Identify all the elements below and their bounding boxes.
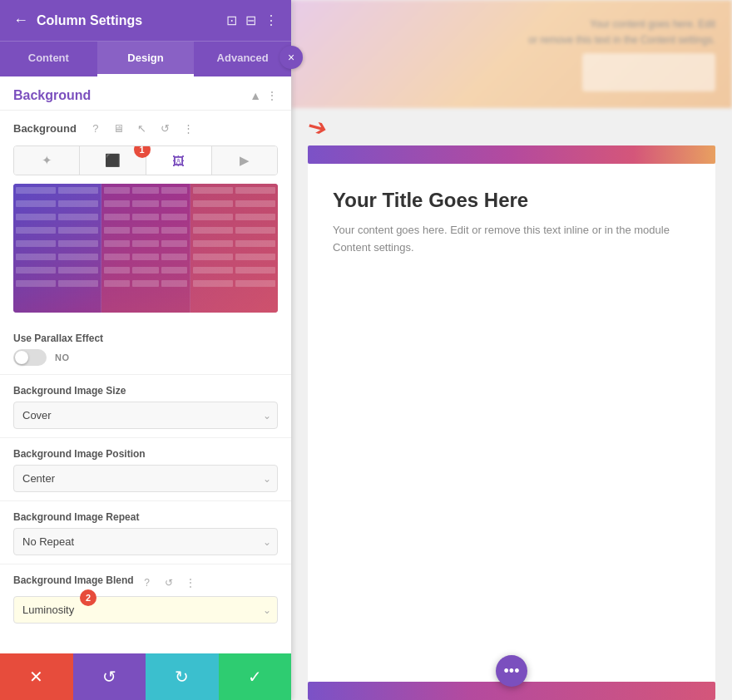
right-top-text: Your content goes here. Editor remove th… (528, 17, 715, 48)
right-panel: Your content goes here. Editor remove th… (291, 0, 732, 700)
dots-fab-button[interactable]: ••• (496, 655, 527, 687)
blend-label: Background Image Blend (13, 574, 134, 586)
image-repeat-select[interactable]: No Repeat Repeat Repeat X Repeat Y (13, 528, 278, 555)
cancel-button[interactable]: ✕ (0, 653, 73, 700)
background-type-tabs: ✦ ⬛ 1 🖼 ▶ (13, 145, 278, 175)
image-position-field: Background Image Position Center Top Lef… (0, 440, 291, 499)
panel-header: ← Column Settings ⊡ ⊟ ⋮ (0, 0, 291, 41)
background-row: Background ? 🖥 ↖ ↺ ⋮ (0, 111, 291, 142)
right-top-box (582, 53, 715, 91)
image-size-label: Background Image Size (13, 385, 278, 397)
image-repeat-label: Background Image Repeat (13, 511, 278, 523)
panel-body: Background ▲ ⋮ Background ? 🖥 ↖ ↺ ⋮ ✦ ⬛ (0, 76, 291, 700)
bg-type-image[interactable]: 🖼 (146, 146, 212, 175)
content-title: Your Title Goes Here (333, 189, 690, 212)
arrow-row: ➔ (291, 108, 732, 145)
color-icon: ⬛ (105, 153, 121, 168)
tab-bar: Content Design Advanced (0, 41, 291, 76)
image-icon: 🖼 (172, 154, 185, 168)
background-reset-icon[interactable]: ↺ (156, 119, 175, 137)
image-position-label: Background Image Position (13, 448, 278, 460)
section-collapse-icon[interactable]: ▲ (250, 89, 261, 102)
reset-button[interactable]: ↺ (73, 653, 146, 700)
background-preview[interactable] (13, 184, 278, 313)
image-size-field: Background Image Size Cover Contain Auto… (0, 377, 291, 436)
right-top-area: Your content goes here. Editor remove th… (291, 0, 732, 108)
blend-help-icon[interactable]: ? (139, 574, 156, 591)
more-icon[interactable]: ⋮ (265, 12, 278, 28)
background-icons: ? 🖥 ↖ ↺ ⋮ (87, 119, 198, 137)
building-col-1 (13, 184, 101, 313)
parallax-label: Use Parallax Effect (13, 333, 278, 344)
tab-design[interactable]: Design (97, 42, 195, 76)
background-label: Background (13, 122, 77, 135)
background-cursor-icon[interactable]: ↖ (133, 119, 151, 137)
tab-advanced[interactable]: Advanced (194, 42, 291, 76)
save-button[interactable]: ✓ (219, 653, 292, 700)
building-col-3 (190, 184, 278, 313)
image-size-select-wrapper: Cover Contain Auto ⌄ (13, 402, 278, 429)
section-title: Background (13, 88, 91, 103)
tab-content[interactable]: Content (0, 42, 97, 76)
section-header: Background ▲ ⋮ (0, 76, 291, 111)
step-badge-2: 2 (80, 589, 96, 606)
section-controls: ▲ ⋮ (250, 89, 278, 102)
blend-menu-icon[interactable]: ⋮ (182, 574, 199, 591)
left-panel: ← Column Settings ⊡ ⊟ ⋮ Content Design A… (0, 0, 291, 700)
blend-reset-icon[interactable]: ↺ (161, 574, 177, 591)
panel-header-icons: ⊡ ⊟ ⋮ (226, 12, 278, 28)
none-icon: ✦ (42, 153, 52, 168)
bg-type-video[interactable]: ▶ (212, 146, 277, 175)
image-size-select[interactable]: Cover Contain Auto (13, 402, 278, 429)
panel-title: Column Settings (37, 13, 218, 28)
image-blend-field: Background Image Blend ? ↺ ⋮ 2 Normal Mu… (0, 566, 291, 630)
background-more-icon[interactable]: ⋮ (180, 119, 198, 137)
back-button[interactable]: ← (13, 12, 28, 29)
bg-type-none[interactable]: ✦ (14, 146, 80, 175)
sidebar-icon[interactable]: ⊟ (245, 12, 256, 28)
video-icon: ▶ (240, 153, 250, 168)
blend-select-badge-wrapper: 2 Normal Multiply Screen Overlay Darken … (13, 596, 278, 624)
blend-select-wrapper: Normal Multiply Screen Overlay Darken Li… (13, 596, 278, 624)
right-content-area: Your Title Goes Here Your content goes h… (308, 164, 715, 682)
building-col-2 (101, 184, 190, 313)
panel-close-button[interactable]: × (279, 46, 303, 69)
parallax-field: Use Parallax Effect NO (0, 324, 291, 372)
image-repeat-field: Background Image Repeat No Repeat Repeat… (0, 503, 291, 562)
blend-select[interactable]: Normal Multiply Screen Overlay Darken Li… (13, 596, 278, 624)
section-menu-icon[interactable]: ⋮ (266, 89, 278, 102)
blend-label-row: Background Image Blend ? ↺ ⋮ (13, 574, 278, 591)
image-position-select[interactable]: Center Top Left Top Center Top Right Cen… (13, 465, 278, 492)
red-arrow-icon: ➔ (304, 111, 330, 143)
background-help-icon[interactable]: ? (87, 119, 105, 137)
background-desktop-icon[interactable]: 🖥 (110, 119, 128, 137)
parallax-toggle[interactable] (13, 349, 47, 366)
top-banner-strip (308, 145, 715, 164)
image-position-select-wrapper: Center Top Left Top Center Top Right Cen… (13, 465, 278, 492)
content-body: Your content goes here. Edit or remove t… (333, 222, 690, 257)
maximize-icon[interactable]: ⊡ (226, 12, 237, 28)
image-repeat-select-wrapper: No Repeat Repeat Repeat X Repeat Y ⌄ (13, 528, 278, 555)
panel-actions: ✕ ↺ ↻ ✓ (0, 653, 291, 700)
background-image-preview (13, 184, 278, 313)
redo-button[interactable]: ↻ (146, 653, 219, 700)
parallax-toggle-row: NO (13, 349, 278, 366)
parallax-value: NO (55, 352, 70, 362)
bg-type-color[interactable]: ⬛ 1 (80, 146, 146, 175)
